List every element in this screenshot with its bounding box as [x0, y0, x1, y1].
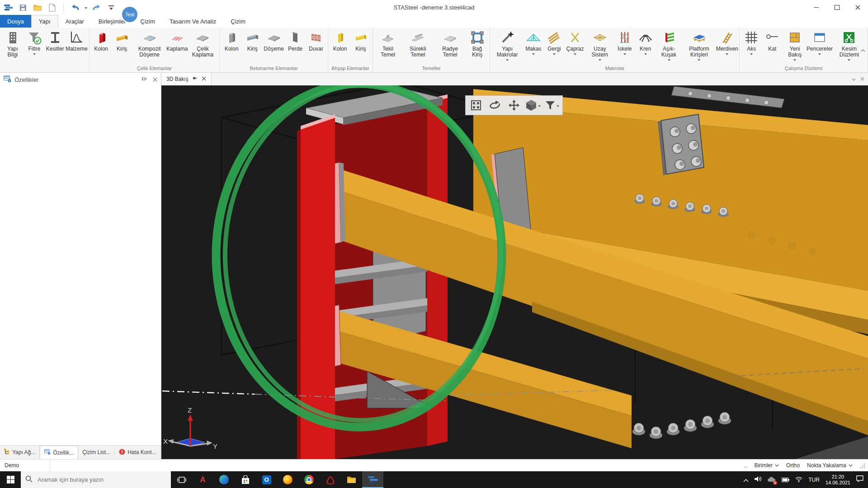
dropdown-caret[interactable]: [506, 59, 509, 61]
button-kren[interactable]: Kren: [635, 28, 656, 55]
action-center-icon[interactable]: [856, 475, 863, 484]
dropdown-caret[interactable]: [848, 59, 850, 61]
firefox-app-icon[interactable]: [277, 471, 298, 488]
button-asik-kusak[interactable]: Aşık-Kuşak: [656, 28, 682, 61]
button-kesitler[interactable]: Kesitler: [45, 28, 66, 52]
resize-grip[interactable]: [859, 463, 865, 469]
dropdown-caret[interactable]: [532, 53, 535, 55]
button-kesim-duzlemi[interactable]: Kesim Düzlemi: [832, 28, 866, 61]
tray-expand-icon[interactable]: [743, 476, 749, 484]
viewport-tab-3d-bakis[interactable]: 3D Bakış: [161, 73, 212, 85]
store-app-icon[interactable]: [235, 471, 256, 488]
button-celik-kolon[interactable]: Kolon: [91, 28, 112, 52]
task-view-button[interactable]: [171, 471, 192, 488]
tabstrip-close-icon[interactable]: [860, 76, 864, 82]
button-filtre[interactable]: Filtre: [24, 28, 45, 55]
dropdown-caret[interactable]: [33, 53, 36, 55]
dropdown-caret[interactable]: [599, 59, 601, 61]
button-celik-kaplama[interactable]: Çelik Kaplama: [188, 28, 218, 58]
button-kat[interactable]: Kat: [762, 28, 783, 52]
button-malzeme[interactable]: Malzeme: [66, 28, 88, 52]
view-cube-button[interactable]: [524, 97, 542, 113]
clock[interactable]: 21:20 14.06.2021: [826, 474, 850, 486]
dropdown-caret[interactable]: [574, 53, 576, 55]
button-celik-kiris[interactable]: Kiriş: [112, 28, 132, 52]
button-kaplama[interactable]: Kaplama: [167, 28, 188, 52]
tab-dosya[interactable]: Dosya: [0, 15, 31, 28]
button-surekli-temel[interactable]: Sürekli Temel: [401, 28, 434, 58]
zoom-extents-button[interactable]: [467, 97, 485, 113]
taskbar-search[interactable]: [21, 471, 171, 488]
customize-toolbar-button[interactable]: [106, 3, 116, 13]
undo-button[interactable]: [70, 3, 80, 13]
dropdown-caret[interactable]: [698, 59, 700, 61]
tab-yapi-agaci[interactable]: Yapı Ağ...: [0, 446, 40, 459]
panel-close-icon[interactable]: [153, 76, 157, 83]
edge-app-icon[interactable]: [213, 471, 235, 488]
tab-tasarim-ve-analiz[interactable]: Tasarım Ve Analiz: [162, 15, 223, 28]
button-iskele[interactable]: İskele: [614, 28, 635, 55]
new-file-button[interactable]: [47, 3, 57, 13]
dropdown-caret[interactable]: [726, 53, 728, 55]
view-filter-button[interactable]: [543, 97, 561, 113]
dropdown-caret[interactable]: [793, 59, 796, 61]
open-button[interactable]: [33, 3, 42, 13]
button-yapi-bilgi[interactable]: Yapı Bilgi: [1, 28, 24, 58]
tab-araclar[interactable]: Araçlar: [58, 15, 91, 28]
wifi-icon[interactable]: [795, 476, 802, 484]
pin-icon[interactable]: [142, 76, 147, 83]
restore-button[interactable]: [826, 0, 847, 15]
redo-button[interactable]: [92, 3, 102, 13]
tabstrip-menu-icon[interactable]: [852, 76, 856, 82]
search-input[interactable]: [37, 476, 147, 483]
dropdown-caret[interactable]: [818, 53, 821, 55]
button-gergi[interactable]: Gergi: [544, 28, 565, 55]
dropdown-caret[interactable]: [553, 53, 556, 55]
3d-model-canvas[interactable]: X Y Z: [161, 85, 868, 459]
chrome-app-icon[interactable]: [298, 471, 320, 488]
dropdown-caret[interactable]: [557, 105, 559, 107]
onedrive-error-icon[interactable]: [768, 476, 776, 484]
status-overflow[interactable]: ..: [742, 462, 750, 469]
button-ahsap-kiris[interactable]: Kiriş: [350, 28, 371, 52]
dropdown-caret[interactable]: [538, 105, 541, 107]
minimize-button[interactable]: [806, 0, 826, 15]
button-perde[interactable]: Perde: [285, 28, 306, 52]
orbit-button[interactable]: [486, 97, 504, 113]
button-bag-kiris[interactable]: Bağ Kiriş: [466, 28, 489, 58]
tab-test-cizim[interactable]: Çizim: [133, 15, 163, 28]
snap-dropdown[interactable]: Nokta Yakalama: [805, 462, 855, 469]
button-bet-doseme[interactable]: Döşeme: [263, 28, 285, 52]
properties-panel-body[interactable]: [0, 86, 161, 445]
3d-scene[interactable]: X Y Z: [161, 85, 868, 459]
button-ahsap-kolon[interactable]: Kolon: [330, 28, 350, 52]
button-aks[interactable]: Aks: [741, 28, 762, 55]
pan-button[interactable]: [505, 97, 523, 113]
tab-pin-icon[interactable]: [193, 76, 198, 82]
button-uzay-sistem[interactable]: Uzay Sistem: [585, 28, 614, 61]
dropdown-caret[interactable]: [750, 53, 753, 55]
tab-hata-kontrol[interactable]: Hata Kont...: [115, 446, 160, 459]
outlook-app-icon[interactable]: O: [256, 471, 277, 488]
button-duvar[interactable]: Duvar: [306, 28, 326, 52]
ribbon-collapse-button[interactable]: [861, 46, 865, 54]
button-yapi-makrolar[interactable]: Yapı Makrolar: [491, 28, 523, 61]
button-platform-kirisleri[interactable]: Platform Kirişleri: [682, 28, 716, 61]
button-bet-kolon[interactable]: Kolon: [221, 28, 242, 52]
ortho-toggle[interactable]: Ortho: [784, 462, 802, 469]
language-indicator[interactable]: TUR: [808, 477, 820, 483]
button-merdiven[interactable]: Merdiven: [716, 28, 738, 55]
tab-ozellikler[interactable]: Özellik...: [40, 446, 78, 459]
acrobat-app-icon[interactable]: [320, 471, 341, 488]
dropdown-caret[interactable]: [644, 53, 647, 55]
tab-yapi[interactable]: Yapı: [31, 15, 58, 28]
file-explorer-app-icon[interactable]: [341, 471, 362, 488]
start-button[interactable]: [0, 471, 21, 488]
volume-icon[interactable]: [755, 476, 762, 484]
dropdown-caret[interactable]: [668, 59, 670, 61]
dropdown-caret[interactable]: [623, 53, 626, 55]
units-dropdown[interactable]: Birimler: [752, 462, 781, 469]
button-yeni-bakis[interactable]: Yeni Bakış: [783, 28, 807, 61]
tab-cizim-listesi[interactable]: Çizim List...: [78, 446, 115, 459]
button-bet-kiris[interactable]: Kiriş: [242, 28, 263, 52]
